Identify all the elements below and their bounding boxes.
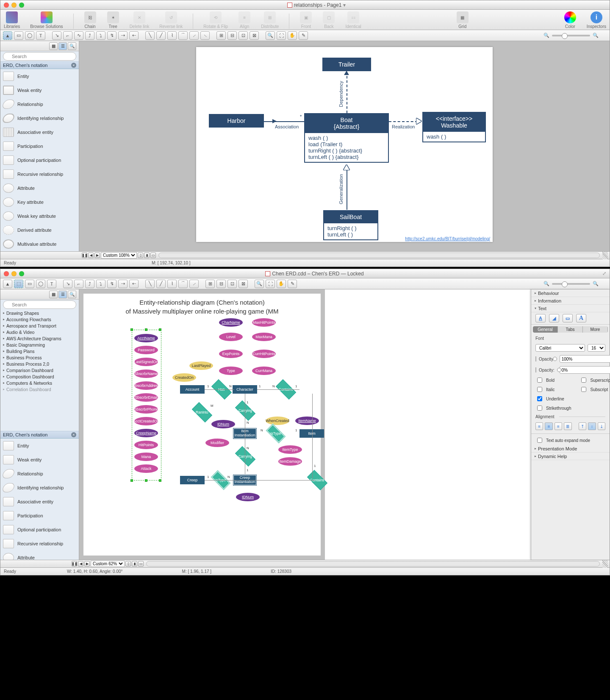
attr-currmana[interactable]: CurrMana	[252, 367, 276, 375]
font-a-icon[interactable]: A	[576, 314, 586, 322]
inspector-panel[interactable]: Behaviour Information Text A ◢ ▭ A Gener…	[531, 289, 610, 560]
l5[interactable]: ⟋	[189, 280, 199, 288]
tab-tabs[interactable]: Tabs	[558, 326, 583, 333]
zoom-in-icon[interactable]: 🔍	[255, 280, 264, 288]
conn-5[interactable]: ⤵	[96, 31, 105, 40]
grp-2[interactable]: ⊟	[227, 31, 237, 40]
text-tool[interactable]: T	[47, 280, 56, 288]
attr-creepname[interactable]: CreepName	[134, 429, 158, 437]
chk-italic[interactable]	[537, 387, 542, 392]
line-6[interactable]: ⟍	[200, 31, 210, 40]
ent-character[interactable]: Character	[233, 385, 257, 394]
stencil-recursive[interactable]: Recursive relationship	[0, 536, 79, 550]
l4[interactable]: ⌒	[178, 280, 188, 288]
canvas[interactable]: Trailer Dependency Harbor * Association …	[79, 41, 610, 251]
stencil-recursive[interactable]: Recursive relationship	[0, 167, 79, 181]
vp-3[interactable]: ▭	[138, 561, 144, 567]
insp-information[interactable]: Information	[531, 297, 610, 305]
next-page-icon[interactable]: ▶	[94, 253, 100, 258]
library-panel-header-2[interactable]: ERD, Chen's notation ×	[0, 431, 79, 439]
titlebar-1[interactable]: relationships - Page1 ▾	[0, 0, 610, 10]
font-select[interactable]: Calibri	[535, 344, 585, 352]
align-left-icon[interactable]: ≡	[535, 422, 543, 430]
zoom-icon[interactable]	[19, 271, 24, 276]
stencil-assoc-entity[interactable]: Associative entity	[0, 125, 79, 139]
close-icon[interactable]	[4, 271, 9, 276]
attr-maxhp[interactable]: MaxHitPoints	[252, 318, 276, 327]
attr-sbscrbraddr[interactable]: SbscrbrAddress	[134, 381, 158, 390]
line-2[interactable]: ╱	[156, 31, 166, 40]
attr-sbscrbremail[interactable]: SbscrbrEmail	[134, 393, 158, 402]
stencil-assoc-entity[interactable]: Associative entity	[0, 494, 79, 508]
attr-itemname[interactable]: ItemName	[295, 417, 319, 425]
next-page-icon[interactable]: ▶	[84, 561, 90, 567]
insp-behaviour[interactable]: Behaviour	[531, 289, 610, 297]
uml-trailer[interactable]: Trailer	[322, 58, 371, 71]
attr-idnum[interactable]: IDNum	[211, 420, 235, 428]
opacity-1-input[interactable]	[560, 355, 610, 363]
chk-underline[interactable]	[537, 396, 542, 401]
valign-top-icon[interactable]: ⤒	[579, 422, 586, 430]
attr-lastsignedon[interactable]: LastSignedOn	[134, 358, 158, 366]
cat-item[interactable]: Comparison Dashboard	[0, 367, 79, 373]
search-view-icon[interactable]: 🔍	[68, 291, 76, 298]
uml-harbor[interactable]: Harbor	[209, 114, 264, 128]
browse-solutions-button[interactable]: Browse Solutions	[30, 11, 63, 29]
chk-strike[interactable]	[537, 406, 542, 411]
inspector-tabs[interactable]: General Tabs More	[533, 326, 608, 333]
cat-item[interactable]: Correlation Dashboard	[0, 386, 79, 392]
grp-4[interactable]: ⊠	[250, 31, 259, 40]
attr-mana[interactable]: Mana	[134, 453, 158, 461]
tab-more[interactable]: More	[583, 326, 608, 333]
cat-item[interactable]: Accounting Flowcharts	[0, 316, 79, 322]
chain-button[interactable]: ⛓Chain	[84, 11, 97, 29]
chk-auto-expand[interactable]	[537, 438, 542, 443]
stencil-relationship[interactable]: Relationship	[0, 467, 79, 481]
c6[interactable]: ⇢	[118, 280, 128, 288]
conn-8[interactable]: ⇠	[129, 31, 139, 40]
rel-raninto[interactable]: RanInto	[192, 402, 212, 422]
cat-item[interactable]: Aerospace and Transport	[0, 322, 79, 329]
conn-4[interactable]: ⤴	[85, 31, 94, 40]
ent-creep[interactable]: Creep	[180, 476, 205, 484]
attr-acctcreatedon[interactable]: AcctCreatedOn	[134, 417, 158, 425]
zoom-out-icon[interactable]: 🔍	[543, 281, 549, 286]
attr-sbscrbrphone[interactable]: SbscrbrPhone	[134, 405, 158, 414]
zoom-in-icon[interactable]: 🔍	[593, 281, 599, 286]
search-view-icon[interactable]: 🔍	[68, 42, 76, 50]
conn-6[interactable]: ↯	[107, 31, 116, 40]
search-box[interactable]	[0, 51, 79, 61]
uml-sailboat[interactable]: SailBoat turnRight ( ) turnLeft ( )	[323, 210, 378, 240]
library-panel-header[interactable]: ERD, Chen's notation ×	[0, 61, 79, 69]
pause-icon[interactable]: ❚❚	[72, 561, 77, 567]
attr-level[interactable]: Level	[219, 333, 243, 341]
conn-2[interactable]: ⌐	[63, 31, 72, 40]
attr-lastplayed[interactable]: LastPlayed	[189, 361, 213, 370]
opacity-2-input[interactable]	[560, 366, 610, 374]
stencil-opt-participation[interactable]: Optional participation	[0, 153, 79, 167]
close-panel-icon[interactable]: ×	[71, 432, 76, 437]
search-box-2[interactable]	[0, 300, 79, 310]
chk-sub[interactable]	[581, 387, 586, 392]
source-link[interactable]: http://sce2.umkc.edu/BIT/burrise/pl/mode…	[405, 236, 490, 241]
stencil-relationship[interactable]: Relationship	[0, 97, 79, 111]
grid-view-icon[interactable]: ▦	[49, 42, 58, 50]
align-center-icon[interactable]: ≡	[545, 422, 552, 430]
text-tool[interactable]: T	[36, 31, 45, 40]
insp-dynamic-help[interactable]: Dynamic Help	[531, 453, 610, 460]
stencil-participation[interactable]: Participation	[0, 508, 79, 522]
stencil-attribute[interactable]: Attribute	[0, 550, 79, 560]
pointer-tool[interactable]: ▲	[3, 31, 12, 40]
underline-a-icon[interactable]: A	[535, 314, 546, 322]
prev-page-icon[interactable]: ◀	[78, 561, 83, 567]
line-4[interactable]: ⌒	[178, 31, 188, 40]
cat-item[interactable]: Computers & Networks	[0, 380, 79, 386]
zoom-slider[interactable]: 🔍 🔍	[543, 33, 599, 38]
ellipse-tool[interactable]: ◯	[25, 31, 34, 40]
uml-boat[interactable]: Boat {Abstract} wash ( ) load (Trailer t…	[304, 113, 389, 163]
attr-maxmana[interactable]: MaxMana	[252, 333, 276, 341]
vp-2[interactable]: ▮	[144, 253, 150, 258]
size-select[interactable]: 16	[588, 344, 605, 352]
stencil-entity[interactable]: Entity	[0, 69, 79, 83]
rel-carrying-2[interactable]: Carrying	[235, 446, 255, 467]
